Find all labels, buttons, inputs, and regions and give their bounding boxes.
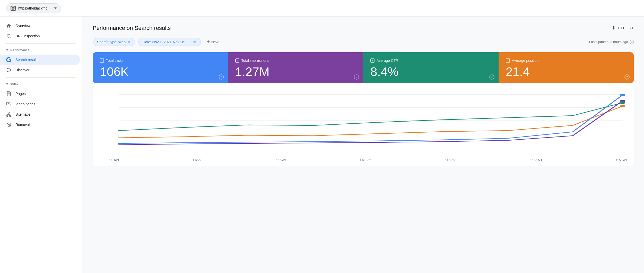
url-text: https://theblackfrid... xyxy=(18,6,50,10)
ctr-label-text: Average CTR xyxy=(377,58,398,63)
metrics-row: Total clicks 106K ? Total impressions 1.… xyxy=(93,52,634,83)
metric-card-ctr[interactable]: Average CTR 8.4% ? xyxy=(363,52,499,83)
position-value: 21.4 xyxy=(506,66,627,78)
clicks-value: 106K xyxy=(100,66,221,78)
discover-icon xyxy=(6,67,11,73)
index-section-header[interactable]: Index xyxy=(0,80,82,89)
download-icon: ⬇ xyxy=(612,25,616,31)
impressions-checkbox xyxy=(235,58,239,63)
sidebar: Overview URL inspection Performance Sea xyxy=(0,16,82,273)
search-results-label: Search results xyxy=(15,58,38,62)
performance-section-header[interactable]: Performance xyxy=(0,46,82,55)
sidebar-item-video-pages[interactable]: Video pages xyxy=(0,99,80,109)
page-title: Performance on Search results xyxy=(93,25,171,31)
sitemaps-icon xyxy=(6,112,11,117)
pages-icon xyxy=(6,91,11,96)
new-filter-button[interactable]: + New xyxy=(204,38,222,46)
x-label-5: 11/21/21 xyxy=(530,158,542,162)
metric-card-impressions[interactable]: Total impressions 1.27M ? xyxy=(228,52,363,83)
sidebar-item-url-inspection[interactable]: URL inspection xyxy=(0,31,80,41)
svg-line-4 xyxy=(10,37,11,38)
video-pages-icon xyxy=(6,101,11,107)
x-label-2: 11/9/21 xyxy=(276,158,286,162)
edit-search-type-icon: ✏ xyxy=(128,40,131,44)
chevron-index-icon xyxy=(6,83,8,85)
sidebar-item-search-results[interactable]: Search results xyxy=(0,55,80,65)
filter-bar: Search type: Web ✏ Date: Nov 1, 2021-Nov… xyxy=(93,38,634,46)
performance-section-label: Performance xyxy=(10,48,29,52)
ctr-value: 8.4% xyxy=(370,66,491,78)
export-button[interactable]: ⬇ EXPORT xyxy=(612,25,634,31)
google-g-icon xyxy=(6,57,11,62)
topbar: https://theblackfrid... xyxy=(0,0,644,16)
x-label-6: 11/25/21 xyxy=(615,158,628,162)
x-label-0: 11/1/21 xyxy=(109,158,119,162)
sidebar-item-pages[interactable]: Pages xyxy=(0,89,80,99)
removals-label: Removals xyxy=(15,123,31,127)
svg-rect-18 xyxy=(8,112,10,113)
svg-marker-15 xyxy=(8,103,9,104)
date-filter[interactable]: Date: Nov 1, 2021-Nov 26, 2... ✏ xyxy=(138,38,201,46)
x-label-4: 11/17/21 xyxy=(445,158,457,162)
ctr-checkbox xyxy=(370,58,375,63)
url-inspection-label: URL inspection xyxy=(15,34,40,38)
overview-label: Overview xyxy=(15,24,30,28)
removals-icon xyxy=(6,122,11,127)
svg-point-35 xyxy=(620,101,625,104)
average-ctr-label: Average CTR xyxy=(370,58,491,63)
sidebar-item-discover[interactable]: Discover xyxy=(0,65,80,75)
chevron-performance-icon xyxy=(6,49,8,51)
svg-point-33 xyxy=(620,94,625,96)
last-updated-text: Last updated: 3 hours ago xyxy=(589,40,628,44)
sidebar-divider-2 xyxy=(6,77,76,78)
chevron-down-icon xyxy=(54,7,57,9)
last-updated: Last updated: 3 hours ago ? xyxy=(589,40,634,44)
ctr-help-icon[interactable]: ? xyxy=(489,74,494,80)
clicks-checkbox xyxy=(100,58,104,63)
search-type-filter[interactable]: Search type: Web ✏ xyxy=(93,38,135,46)
new-label: New xyxy=(211,40,219,44)
total-clicks-label: Total clicks xyxy=(100,58,221,63)
impressions-help-icon[interactable]: ? xyxy=(354,74,359,80)
svg-rect-20 xyxy=(10,115,11,116)
performance-chart xyxy=(99,89,628,156)
discover-label: Discover xyxy=(15,68,29,72)
edit-date-icon: ✏ xyxy=(193,40,196,44)
info-icon[interactable]: ? xyxy=(630,40,634,44)
metric-card-position[interactable]: Average position 21.4 ? xyxy=(499,52,634,83)
position-label-text: Average position xyxy=(512,58,539,63)
search-icon xyxy=(6,33,11,39)
clicks-label-text: Total clicks xyxy=(106,58,124,63)
sidebar-item-sitemaps[interactable]: Sitemaps xyxy=(0,109,80,120)
position-checkbox xyxy=(506,58,510,63)
search-type-label: Search type: Web xyxy=(97,40,126,44)
pages-label: Pages xyxy=(15,92,26,96)
clicks-help-icon[interactable]: ? xyxy=(219,74,224,80)
x-axis-labels: 11/1/21 11/5/21 11/9/21 11/13/21 11/17/2… xyxy=(99,156,628,162)
svg-rect-19 xyxy=(7,115,8,116)
sidebar-divider-1 xyxy=(6,43,76,44)
metric-card-clicks[interactable]: Total clicks 106K ? xyxy=(93,52,228,83)
export-label: EXPORT xyxy=(618,26,634,30)
sidebar-item-overview[interactable]: Overview xyxy=(0,21,80,31)
position-help-icon[interactable]: ? xyxy=(624,74,630,80)
total-impressions-label: Total impressions xyxy=(235,58,356,63)
main-content: Performance on Search results ⬇ EXPORT S… xyxy=(82,16,644,273)
impressions-label-text: Total impressions xyxy=(241,58,269,63)
site-favicon xyxy=(11,6,16,11)
content-header: Performance on Search results ⬇ EXPORT xyxy=(93,25,634,31)
plus-icon: + xyxy=(207,39,210,45)
main-layout: Overview URL inspection Performance Sea xyxy=(0,16,644,273)
url-selector[interactable]: https://theblackfrid... xyxy=(6,3,61,13)
index-section-label: Index xyxy=(10,82,19,86)
x-label-3: 11/13/21 xyxy=(360,158,372,162)
x-label-1: 11/5/21 xyxy=(193,158,203,162)
svg-point-5 xyxy=(8,70,9,71)
home-icon xyxy=(6,23,11,28)
average-position-label: Average position xyxy=(506,58,627,63)
sidebar-item-removals[interactable]: Removals xyxy=(0,120,80,130)
video-pages-label: Video pages xyxy=(15,102,36,106)
svg-point-36 xyxy=(620,105,625,107)
impressions-value: 1.27M xyxy=(235,66,356,78)
date-label: Date: Nov 1, 2021-Nov 26, 2... xyxy=(143,40,191,44)
